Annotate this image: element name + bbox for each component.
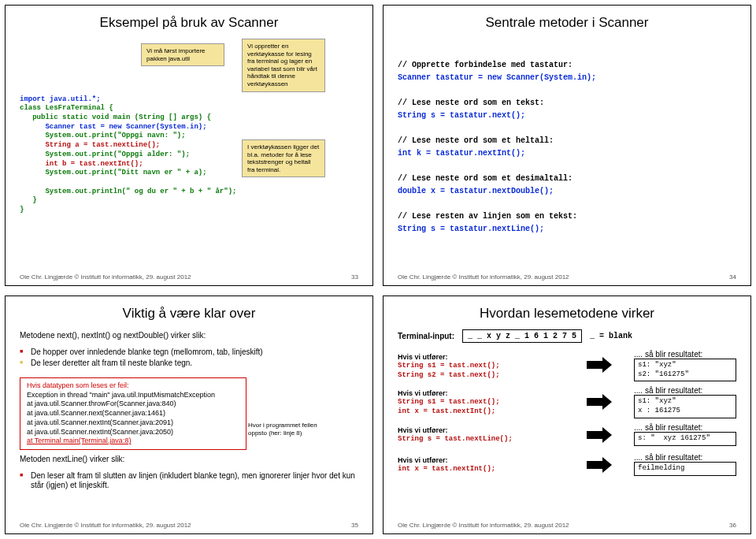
slide-footer: Ole Chr. Lingjærde © Institutt for infor… — [20, 522, 358, 529]
code-line: String s = tastatur.nextLine(); — [398, 225, 544, 233]
comment: // Opprette forbindelse med tastatur: — [398, 61, 573, 69]
page-number: 35 — [351, 522, 358, 529]
bullet-list: De hopper over innledende blanke tegn (m… — [20, 346, 358, 370]
code-line: String s1 = tast.next(); — [398, 398, 563, 407]
result-heading: .... så blir resultatet: — [634, 386, 736, 395]
bullet: Den leser alt fram til slutten av linjen… — [20, 471, 358, 490]
annotation: Hvor i programmet feilen oppsto (her: li… — [248, 422, 319, 437]
error-line: Exception in thread "main" java.util.Inp… — [27, 391, 239, 400]
result-line: s1: "xyz" — [638, 397, 732, 407]
page-number: 33 — [351, 273, 358, 281]
slide-footer: Ole Chr. Lingjærde © Institutt for infor… — [20, 273, 358, 281]
error-line: at java.util.Scanner.nextInt(Scanner.jav… — [27, 418, 239, 428]
code-line: } — [20, 206, 24, 214]
error-title: Hvis datatypen som leses er feil: — [27, 381, 239, 391]
code-line: int x = tast.nextInt(); — [398, 465, 563, 474]
bullet: De hopper over innledende blanke tegn (m… — [20, 348, 358, 357]
code-line: String s = tast.nextLine(); — [398, 435, 563, 444]
slide-title: Sentrale metoder i Scanner — [398, 15, 736, 31]
subheading: Hvis vi utfører: — [398, 389, 563, 397]
slide-footer: Ole Chr. Lingjærde © Institutt for infor… — [398, 522, 736, 529]
code-line: } — [20, 196, 37, 204]
slide-34: Sentrale metoder i Scanner // Opprette f… — [383, 5, 751, 286]
callout-import: Vi må først importere pakken java.util — [141, 43, 224, 66]
page-number: 36 — [729, 522, 736, 529]
terminal-input-label: Terminal-input: — [398, 332, 454, 340]
slide-title: Eksempel på bruk av Scanner — [20, 15, 358, 31]
bullet: De leser deretter alt fram til neste bla… — [20, 359, 358, 368]
code-line: class LesFraTerminal { — [20, 104, 113, 112]
comment: // Lese neste ord som et heltall: — [398, 136, 554, 145]
code-line: Scanner tast = new Scanner(System.in); — [20, 123, 207, 131]
result-heading: .... så blir resultatet: — [634, 453, 736, 462]
code-line: String s2 = tast.next(); — [398, 371, 563, 381]
footer-credit: Ole Chr. Lingjærde © Institutt for infor… — [398, 273, 569, 281]
result-box: feilmelding — [634, 462, 736, 476]
comment: // Lese resten av linjen som en tekst: — [398, 212, 577, 221]
result-line: x : 161275 — [638, 407, 732, 416]
result-line: s: " xyz 161275" — [638, 434, 732, 444]
code-block: // Opprette forbindelse med tastatur: Sc… — [398, 46, 736, 248]
callout-methods: I verktøykassen ligger det bl.a. metoder… — [242, 139, 325, 177]
page-number: 34 — [729, 273, 736, 281]
blank-legend: _ = blank — [590, 332, 632, 340]
code-line: System.out.println(" og du er " + b + " … — [20, 188, 236, 195]
code-line: double x = tastatur.nextDouble(); — [398, 187, 554, 195]
error-box: Hvis datatypen som leses er feil: Except… — [20, 377, 246, 450]
result-heading: .... så blir resultatet: — [634, 423, 736, 432]
code-line: public static void main (String [] args)… — [20, 113, 211, 121]
comment: // Lese neste ord som en tekst: — [398, 99, 544, 107]
code-line: String a = tast.nextLine(); — [20, 141, 160, 149]
footer-credit: Ole Chr. Lingjærde © Institutt for infor… — [20, 273, 191, 281]
result-line: feilmelding — [638, 464, 732, 474]
comment: // Lese neste ord som et desimaltall: — [398, 174, 573, 183]
code-line: System.out.print("Oppgi navn: "); — [20, 132, 186, 139]
slide-title: Viktig å være klar over — [20, 306, 358, 322]
slide-title: Hvordan lesemetodene virker — [398, 306, 736, 322]
error-line: at java.util.Scanner.next(Scanner.java:1… — [27, 409, 239, 418]
terminal-input: _ _ x y z _ 1 6 1 2 7 5 — [462, 329, 582, 343]
result-box: s1: "xyz" s2: "161275" — [634, 359, 736, 381]
result-box: s: " xyz 161275" — [634, 432, 736, 446]
slide-33: Eksempel på bruk av Scanner Vi må først … — [5, 5, 373, 286]
code-line: int b = tast.nextInt(); — [20, 160, 143, 168]
code-line: String s1 = tast.next(); — [398, 362, 563, 371]
arrow-right-icon — [587, 423, 610, 447]
callout-toolbox: Vi oppretter en verktøykasse for lesing … — [242, 39, 325, 92]
code-line: int k = tastatur.nextInt(); — [398, 149, 525, 158]
footer-credit: Ole Chr. Lingjærde © Institutt for infor… — [398, 522, 569, 529]
code-line: Scanner tastatur = new Scanner(System.in… — [398, 73, 596, 82]
slide-35: Viktig å være klar over Metodene next(),… — [5, 296, 373, 534]
error-line: at java.util.Scanner.throwFor(Scanner.ja… — [27, 400, 239, 409]
subheading: Hvis vi utfører: — [398, 426, 563, 434]
code-line: import java.util.*; — [20, 95, 101, 103]
result-line: s1: "xyz" — [638, 361, 732, 370]
arrow-right-icon — [587, 353, 610, 377]
result-heading: .... så blir resultatet: — [634, 350, 736, 359]
result-line: s2: "161275" — [638, 370, 732, 380]
paragraph: Metodene next(), nextInt() og nextDouble… — [20, 331, 358, 340]
bullet-list: Den leser alt fram til slutten av linjen… — [20, 470, 358, 492]
arrow-right-icon — [587, 390, 610, 414]
code-line: String s = tastatur.next(); — [398, 111, 525, 120]
code-line: int x = tast.nextInt(); — [398, 407, 563, 417]
code-line: System.out.print("Oppgi alder: "); — [20, 151, 190, 158]
code-line: System.out.print("Ditt navn er " + a); — [20, 169, 207, 177]
slide-36: Hvordan lesemetodene virker Terminal-inp… — [383, 296, 751, 534]
slide-footer: Ole Chr. Lingjærde © Institutt for infor… — [398, 273, 736, 281]
subheading: Hvis vi utfører: — [398, 353, 563, 361]
arrow-right-icon — [587, 453, 610, 477]
footer-credit: Ole Chr. Lingjærde © Institutt for infor… — [20, 522, 191, 529]
error-line-highlight: at Terminal.main(Terminal.java:8) — [27, 437, 239, 446]
error-line: at java.util.Scanner.nextInt(Scanner.jav… — [27, 428, 239, 437]
result-box: s1: "xyz" x : 161275 — [634, 395, 736, 418]
paragraph: Metoden nextLine() virker slik: — [20, 455, 358, 463]
subheading: Hvis vi utfører: — [398, 456, 563, 464]
